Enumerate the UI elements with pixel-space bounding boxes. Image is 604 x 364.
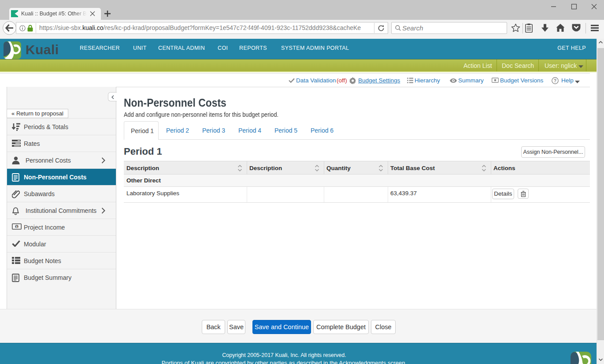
svg-text:$: $ bbox=[16, 225, 18, 229]
svg-text:?: ? bbox=[554, 78, 556, 83]
